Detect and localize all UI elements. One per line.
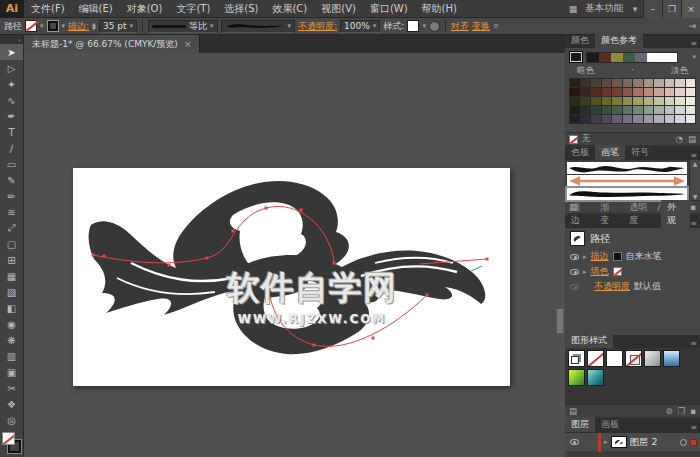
color-variation-swatch[interactable] (675, 106, 685, 114)
brushes-tab[interactable]: 画笔 (595, 145, 625, 160)
color-variation-swatch[interactable] (675, 79, 685, 87)
new-style-icon[interactable]: ❐ (678, 406, 686, 416)
pen-tool-icon[interactable]: ✒ (0, 108, 23, 124)
layer-target-icon[interactable] (680, 439, 687, 446)
direct-selection-tool-icon[interactable]: ▷ (0, 60, 23, 76)
fill-color-swatch[interactable] (25, 20, 37, 32)
selection-tool-icon[interactable]: ➤ (0, 44, 23, 60)
color-variation-swatch[interactable] (581, 88, 591, 96)
brushes-tab[interactable]: 符号 (625, 145, 655, 160)
eyedropper-tool-icon[interactable]: ◧ (0, 300, 23, 316)
lasso-tool-icon[interactable]: ∿ (0, 92, 23, 108)
color-variation-swatch[interactable] (591, 79, 601, 87)
color-variation-swatch[interactable] (612, 97, 622, 105)
layers-tab[interactable]: 画板 (595, 417, 625, 432)
graphic-style-none[interactable] (587, 350, 604, 367)
style-libraries-icon[interactable]: ▤ (569, 406, 577, 416)
color-variation-swatch[interactable] (675, 88, 685, 96)
more-options-icon[interactable]: ≡ (493, 22, 499, 30)
color-variation-swatch[interactable] (675, 115, 685, 123)
harmony-color[interactable] (599, 53, 611, 62)
style-swatch[interactable] (407, 20, 419, 32)
harmony-color[interactable] (635, 53, 647, 62)
color-variation-swatch[interactable] (602, 88, 612, 96)
scroll-up-icon[interactable]: ▲ (693, 160, 698, 167)
color-variation-swatch[interactable] (665, 88, 675, 96)
graphic-style-white[interactable] (606, 350, 623, 367)
color-variation-swatch[interactable] (644, 115, 654, 123)
graphic-style-blue[interactable] (663, 350, 680, 367)
harmony-color[interactable] (623, 53, 635, 62)
color-variation-swatch[interactable] (591, 115, 601, 123)
graphic-style-leaf[interactable] (568, 369, 585, 386)
delete-style-icon[interactable]: ▪ (690, 406, 696, 416)
minimize-button[interactable]: – (643, 0, 662, 18)
layer-row[interactable]: ▸ 图层 2 (565, 432, 700, 451)
appearance-tab[interactable]: 外观 (661, 200, 690, 228)
fill-dropdown-icon[interactable]: ▾ (40, 22, 44, 30)
brushes-tab[interactable]: 色板 (565, 145, 595, 160)
width-tool-icon[interactable]: ≋ (0, 204, 23, 220)
color-variation-swatch[interactable] (644, 106, 654, 114)
appearance-tab[interactable]: 透明度 (623, 200, 661, 228)
menu-item[interactable]: 窗口(W) (363, 0, 415, 18)
pencil-tool-icon[interactable]: ✏ (0, 188, 23, 204)
harmony-color[interactable] (611, 53, 623, 62)
shape-builder-tool-icon[interactable]: ▢ (0, 236, 23, 252)
harmony-color[interactable] (587, 53, 599, 62)
menu-item[interactable]: 视图(V) (314, 0, 363, 18)
panel-collapse-icon[interactable]: ⇥ (688, 21, 696, 31)
layer-name[interactable]: 图层 2 (630, 436, 658, 449)
menu-item[interactable]: 帮助(H) (415, 0, 464, 18)
arrange-documents-icon[interactable]: ▦ (565, 4, 581, 14)
color-variation-swatch[interactable] (612, 79, 622, 87)
stroke-weight-stepper[interactable]: ▲▼ (92, 22, 96, 30)
ink-fish-artwork[interactable] (73, 168, 510, 386)
graphic-style-teal[interactable] (587, 369, 604, 386)
mesh-tool-icon[interactable]: ▦ (0, 268, 23, 284)
color-variation-swatch[interactable] (623, 79, 633, 87)
appearance-fill-row[interactable]: ▸ 填色 (565, 264, 700, 279)
color-variation-swatch[interactable] (570, 79, 580, 87)
restore-button[interactable]: ❐ (662, 0, 681, 18)
color-variation-swatch[interactable] (570, 115, 580, 123)
layer-thumbnail[interactable] (611, 436, 627, 448)
color-variation-swatch[interactable] (570, 106, 580, 114)
stroke-color-chip[interactable] (613, 252, 622, 261)
style-dropdown-icon[interactable]: ▾ (422, 22, 426, 30)
paintbrush-tool-icon[interactable]: ✎ (0, 172, 23, 188)
stroke-attribute-link[interactable]: 描边 (591, 250, 609, 263)
menu-item[interactable]: 对象(O) (120, 0, 170, 18)
color-variation-swatch[interactable] (623, 88, 633, 96)
align-panel-link[interactable]: 对齐 (451, 20, 469, 33)
color-variation-swatch[interactable] (644, 88, 654, 96)
workspace-dropdown-icon[interactable]: ▾ (627, 4, 643, 14)
stroke-weight-field[interactable]: 35 pt▾ (99, 20, 137, 33)
color-tab[interactable]: 颜色 (565, 33, 595, 48)
graphic-style-silver[interactable] (644, 350, 661, 367)
line-tool-icon[interactable]: ∕ (0, 140, 23, 156)
color-variation-swatch[interactable] (623, 115, 633, 123)
layers-tab[interactable]: 图层 (565, 417, 595, 432)
color-variation-swatch[interactable] (654, 97, 664, 105)
panel-menu-icon[interactable]: ≡ (690, 423, 700, 432)
color-variation-swatch[interactable] (591, 88, 601, 96)
canvas-area[interactable]: 软件自学网 WWW.RJZXW.COM (24, 53, 565, 457)
blend-tool-icon[interactable]: ◉ (0, 316, 23, 332)
brush-ink-taper[interactable] (567, 188, 687, 200)
slice-tool-icon[interactable]: ✂ (0, 380, 23, 396)
appearance-opacity-row[interactable]: 不透明度 默认值 (565, 279, 700, 294)
fill-stroke-control[interactable] (0, 430, 23, 456)
color-variation-swatch[interactable] (591, 106, 601, 114)
fill-proxy-swatch[interactable] (2, 432, 15, 445)
expand-arrow-icon[interactable]: ▸ (583, 268, 587, 276)
color-variation-swatch[interactable] (570, 97, 580, 105)
color-variation-swatch[interactable] (686, 88, 696, 96)
appearance-tab[interactable]: 渐变 (594, 200, 623, 228)
brush-definition-select[interactable]: ▾ (221, 20, 296, 33)
menu-item[interactable]: 效果(C) (265, 0, 314, 18)
canvas-scrollbar-thumb[interactable] (556, 308, 564, 334)
symbol-sprayer-tool-icon[interactable]: ❋ (0, 332, 23, 348)
color-variation-swatch[interactable] (665, 106, 675, 114)
zoom-tool-icon[interactable]: ◎ (0, 412, 23, 428)
